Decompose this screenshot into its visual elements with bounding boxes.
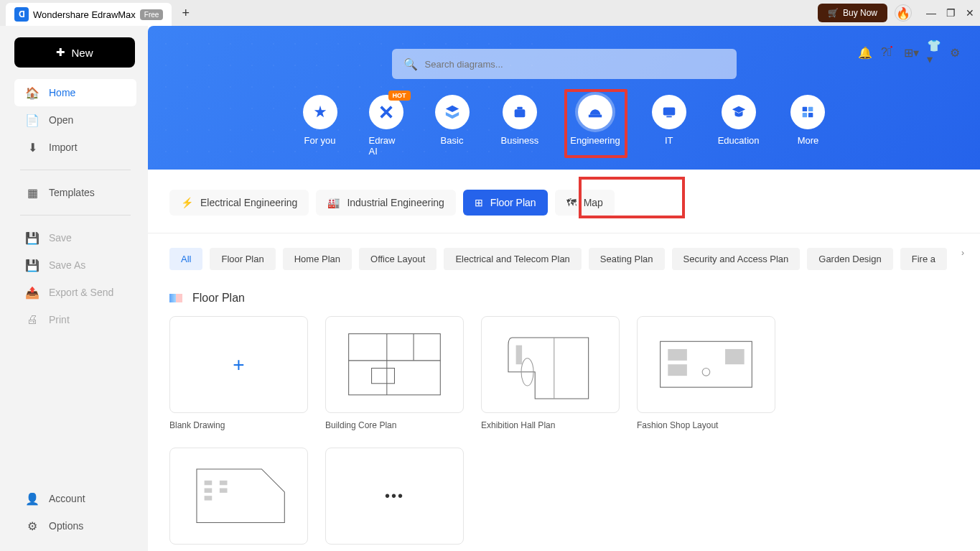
basic-icon: [435, 95, 470, 129]
sidebar-item-save[interactable]: 💾 Save: [14, 224, 136, 251]
business-icon: [503, 95, 537, 129]
svg-rect-23: [205, 489, 213, 493]
import-icon: ⬇: [26, 141, 39, 154]
template-preview-icon: [497, 326, 604, 402]
chip-fire[interactable]: Fire a: [900, 248, 947, 270]
chip-electrical-telecom[interactable]: Electrical and Telecom Plan: [444, 248, 581, 270]
industrial-icon: 🏭: [327, 197, 340, 208]
more-dots-icon: •••: [385, 488, 404, 504]
category-business[interactable]: Business: [501, 95, 539, 157]
sidebar-item-options[interactable]: ⚙ Options: [14, 512, 136, 540]
title-right: 🛒 Buy Now 🔥 — ❐ ✕: [818, 4, 974, 22]
avatar[interactable]: 🔥: [895, 4, 912, 22]
sidebar-item-account[interactable]: 👤 Account: [14, 485, 136, 512]
category-more[interactable]: More: [790, 95, 825, 157]
subcat-industrial[interactable]: 🏭 Industrial Engineering: [316, 190, 455, 216]
help-icon[interactable]: ?⃝: [881, 46, 894, 59]
svg-rect-19: [668, 365, 687, 376]
category-education[interactable]: Education: [718, 95, 760, 157]
search-input[interactable]: [425, 59, 725, 70]
content: 🔔 ?⃝ ⊞▾ 👕▾ ⚙ 🔍 For you HOT Edraw A: [148, 26, 980, 551]
svg-rect-24: [205, 496, 213, 501]
template-row2-1[interactable]: [169, 448, 308, 545]
category-engineering[interactable]: Engineering: [570, 95, 620, 157]
add-tab-button[interactable]: +: [176, 6, 195, 21]
chip-home-plan[interactable]: Home Plan: [283, 248, 352, 270]
bell-icon[interactable]: 🔔: [858, 46, 871, 59]
chip-security-access[interactable]: Security and Access Plan: [672, 248, 801, 270]
chevron-right-icon[interactable]: ›: [954, 248, 964, 270]
plus-icon: +: [233, 353, 244, 376]
svg-rect-5: [803, 107, 807, 111]
hot-badge: HOT: [388, 91, 411, 101]
close-button[interactable]: ✕: [966, 7, 974, 19]
category-edraw-ai[interactable]: HOT Edraw AI: [369, 95, 403, 157]
category-basic[interactable]: Basic: [435, 95, 470, 157]
template-blank[interactable]: + Blank Drawing: [169, 316, 308, 430]
svg-rect-3: [663, 108, 675, 116]
svg-rect-1: [517, 107, 522, 110]
free-badge: Free: [140, 9, 164, 20]
sidebar-item-open[interactable]: 📄 Open: [14, 106, 136, 134]
svg-rect-8: [808, 113, 813, 117]
template-preview-icon: [341, 326, 448, 402]
education-icon: [722, 95, 756, 129]
search-box: 🔍: [392, 49, 737, 79]
divider: [20, 170, 131, 170]
title-left: Wondershare EdrawMax Free +: [6, 0, 195, 26]
chip-garden-design[interactable]: Garden Design: [807, 248, 892, 270]
sidebar-item-home[interactable]: 🏠 Home: [14, 79, 136, 106]
svg-rect-25: [220, 481, 228, 485]
app-icon: [14, 7, 29, 22]
template-exhibition-hall[interactable]: Exhibition Hall Plan: [481, 316, 620, 430]
templates-icon: ▦: [26, 186, 39, 199]
circuit-icon: ⚡: [181, 197, 193, 208]
svg-rect-4: [666, 116, 671, 118]
file-icon: 📄: [26, 114, 39, 126]
svg-rect-0: [515, 109, 526, 117]
category-for-you[interactable]: For you: [303, 95, 337, 157]
divider: [20, 215, 131, 216]
templates-grid: + Blank Drawing Building Core Plan Exhib…: [148, 316, 980, 430]
svg-rect-7: [803, 113, 807, 117]
app-name: Wondershare EdrawMax: [33, 9, 136, 20]
sidebar-item-templates[interactable]: ▦ Templates: [14, 179, 136, 206]
more-icon: [790, 95, 825, 129]
home-icon: 🏠: [26, 86, 39, 99]
maximize-button[interactable]: ❐: [946, 7, 956, 19]
settings-icon[interactable]: ⚙: [950, 46, 963, 59]
subcat-floor-plan[interactable]: ⊞ Floor Plan: [463, 190, 548, 216]
template-fashion-shop[interactable]: Fashion Shop Layout: [637, 316, 775, 430]
chip-floor-plan[interactable]: Floor Plan: [210, 248, 275, 270]
sidebar-item-export[interactable]: 📤 Export & Send: [14, 279, 136, 306]
sidebar-item-save-as[interactable]: 💾 Save As: [14, 251, 136, 279]
svg-rect-14: [516, 346, 523, 365]
svg-rect-18: [668, 349, 687, 361]
chip-all[interactable]: All: [169, 248, 202, 270]
categories: For you HOT Edraw AI Basic Business: [303, 95, 826, 157]
template-building-core[interactable]: Building Core Plan: [325, 316, 464, 430]
section-title: Floor Plan: [148, 284, 980, 316]
buy-now-button[interactable]: 🛒 Buy Now: [818, 4, 887, 22]
chip-office-layout[interactable]: Office Layout: [359, 248, 437, 270]
cart-icon: 🛒: [828, 8, 839, 18]
svg-rect-22: [205, 481, 213, 485]
apps-icon[interactable]: ⊞▾: [904, 46, 917, 59]
app-tab[interactable]: Wondershare EdrawMax Free: [6, 3, 172, 26]
category-it[interactable]: IT: [652, 95, 686, 157]
sidebar-item-print[interactable]: 🖨 Print: [14, 306, 136, 333]
template-preview-icon: [185, 458, 292, 534]
chip-seating-plan[interactable]: Seating Plan: [589, 248, 665, 270]
svg-rect-6: [808, 107, 813, 111]
svg-point-21: [702, 369, 710, 376]
minimize-button[interactable]: —: [926, 7, 936, 19]
new-button[interactable]: ✚ New: [14, 37, 135, 68]
subcat-map[interactable]: 🗺 Map: [555, 190, 615, 216]
subcat-electrical[interactable]: ⚡ Electrical Engineering: [169, 190, 309, 216]
shirt-icon[interactable]: 👕▾: [927, 46, 940, 59]
account-icon: 👤: [26, 492, 39, 505]
sidebar-item-import[interactable]: ⬇ Import: [14, 134, 136, 161]
template-row2-2[interactable]: •••: [325, 448, 464, 545]
template-preview-icon: [653, 326, 760, 402]
map-icon: 🗺: [566, 197, 577, 208]
